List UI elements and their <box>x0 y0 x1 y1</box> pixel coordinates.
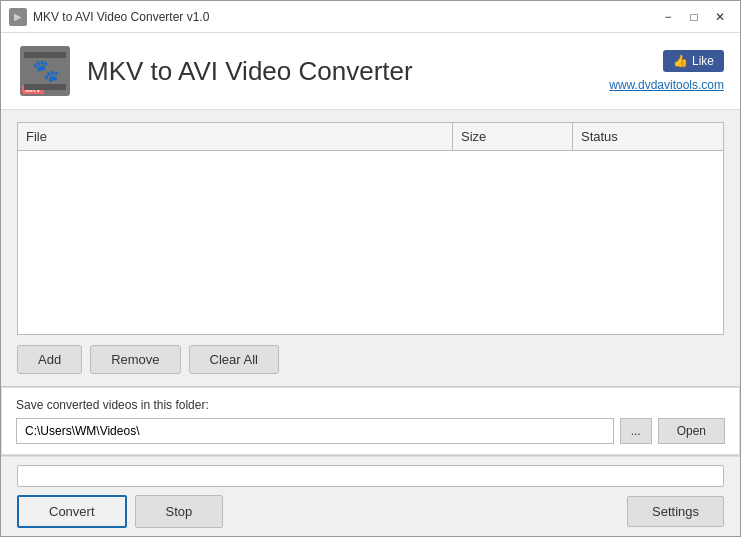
action-left: Convert Stop <box>17 495 223 528</box>
table-body <box>18 151 723 334</box>
col-file-header: File <box>18 123 453 150</box>
file-button-row: Add Remove Clear All <box>17 345 724 374</box>
thumbs-up-icon: 👍 <box>673 54 688 68</box>
save-section: Save converted videos in this folder: ..… <box>1 387 740 455</box>
settings-button[interactable]: Settings <box>627 496 724 527</box>
content-area: File Size Status Add Remove Clear All <box>1 110 740 386</box>
like-button[interactable]: 👍 Like <box>663 50 724 72</box>
title-bar-text: MKV to AVI Video Converter v1.0 <box>33 10 656 24</box>
clear-all-button[interactable]: Clear All <box>189 345 279 374</box>
website-link[interactable]: www.dvdavitools.com <box>609 78 724 92</box>
browse-button[interactable]: ... <box>620 418 652 444</box>
convert-button[interactable]: Convert <box>17 495 127 528</box>
progress-bar-container <box>17 465 724 487</box>
remove-button[interactable]: Remove <box>90 345 180 374</box>
col-status-header: Status <box>573 123 723 150</box>
bottom-section: Convert Stop Settings <box>1 456 740 536</box>
title-bar-controls: − □ ✕ <box>656 7 732 27</box>
header-section: 🐾 MKV MKV to AVI Video Converter 👍 Like … <box>1 33 740 110</box>
logo-paw-icon: 🐾 <box>32 58 59 84</box>
header-actions: 👍 Like www.dvdavitools.com <box>609 50 724 92</box>
file-table: File Size Status <box>17 122 724 335</box>
table-header: File Size Status <box>18 123 723 151</box>
main-window: ▶ MKV to AVI Video Converter v1.0 − □ ✕ … <box>0 0 741 537</box>
logo-film: 🐾 MKV <box>20 46 70 96</box>
app-title: MKV to AVI Video Converter <box>87 56 609 87</box>
open-button[interactable]: Open <box>658 418 725 444</box>
maximize-button[interactable]: □ <box>682 7 706 27</box>
save-path-input[interactable] <box>16 418 614 444</box>
save-row: ... Open <box>16 418 725 444</box>
app-icon: ▶ <box>9 8 27 26</box>
close-button[interactable]: ✕ <box>708 7 732 27</box>
minimize-button[interactable]: − <box>656 7 680 27</box>
like-label: Like <box>692 54 714 68</box>
app-logo: 🐾 MKV <box>17 43 73 99</box>
action-row: Convert Stop Settings <box>17 495 724 528</box>
stop-button[interactable]: Stop <box>135 495 224 528</box>
logo-label: MKV <box>22 85 44 94</box>
add-button[interactable]: Add <box>17 345 82 374</box>
title-bar: ▶ MKV to AVI Video Converter v1.0 − □ ✕ <box>1 1 740 33</box>
save-label: Save converted videos in this folder: <box>16 398 725 412</box>
col-size-header: Size <box>453 123 573 150</box>
